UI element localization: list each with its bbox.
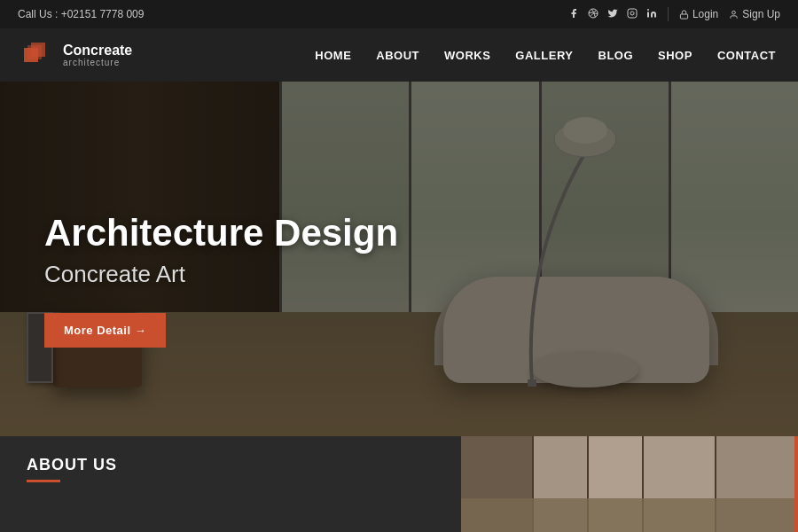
nav-works[interactable]: WORKS bbox=[444, 49, 490, 62]
logo-tagline: architecture bbox=[63, 58, 132, 67]
instagram-icon[interactable] bbox=[627, 8, 638, 21]
auth-links: Login Sign Up bbox=[679, 8, 780, 20]
logo[interactable]: Concreate architecture bbox=[22, 39, 132, 71]
hero-section: Architecture Design Concreate Art More D… bbox=[0, 82, 798, 436]
about-image-placeholder bbox=[461, 436, 798, 532]
hero-cta-button[interactable]: More Detail → bbox=[44, 313, 166, 348]
linkedin-icon[interactable] bbox=[646, 8, 657, 21]
nav-about[interactable]: ABOUT bbox=[376, 49, 419, 62]
about-section: ABOUT US bbox=[0, 436, 798, 532]
svg-rect-5 bbox=[680, 14, 687, 19]
svg-rect-1 bbox=[628, 9, 637, 18]
login-link[interactable]: Login bbox=[679, 8, 718, 20]
signup-link[interactable]: Sign Up bbox=[729, 8, 780, 20]
social-icons bbox=[568, 8, 657, 21]
svg-rect-9 bbox=[27, 45, 42, 59]
nav-shop[interactable]: SHOP bbox=[658, 49, 692, 62]
hero-title: Architecture Design bbox=[44, 213, 398, 254]
logo-text: Concreate architecture bbox=[63, 43, 132, 68]
top-bar-right: Login Sign Up bbox=[568, 7, 780, 21]
phone-label: Call Us : +02151 7778 009 bbox=[18, 8, 144, 20]
svg-rect-3 bbox=[647, 12, 649, 17]
logo-icon bbox=[22, 39, 54, 71]
nav-links: HOME ABOUT WORKS GALLERY BLOG SHOP CONTA… bbox=[315, 49, 776, 62]
nav-gallery[interactable]: GALLERY bbox=[515, 49, 573, 62]
svg-point-6 bbox=[732, 11, 736, 14]
nav-blog[interactable]: BLOG bbox=[598, 49, 634, 62]
top-bar-divider bbox=[668, 7, 669, 21]
nav-home[interactable]: HOME bbox=[315, 49, 351, 62]
nav-contact[interactable]: CONTACT bbox=[717, 49, 776, 62]
facebook-icon[interactable] bbox=[568, 8, 579, 21]
about-underline bbox=[27, 480, 60, 482]
about-image bbox=[461, 436, 798, 532]
about-right-accent bbox=[794, 436, 798, 532]
hero-content: Architecture Design Concreate Art More D… bbox=[44, 213, 398, 348]
dribbble-icon[interactable] bbox=[588, 8, 598, 21]
logo-name: Concreate bbox=[63, 43, 132, 59]
navbar: Concreate architecture HOME ABOUT WORKS … bbox=[0, 28, 798, 82]
hero-subtitle: Concreate Art bbox=[44, 261, 398, 288]
svg-point-4 bbox=[647, 9, 649, 11]
twitter-icon[interactable] bbox=[607, 8, 618, 21]
svg-rect-23 bbox=[461, 498, 798, 532]
top-bar: Call Us : +02151 7778 009 Login bbox=[0, 0, 798, 28]
